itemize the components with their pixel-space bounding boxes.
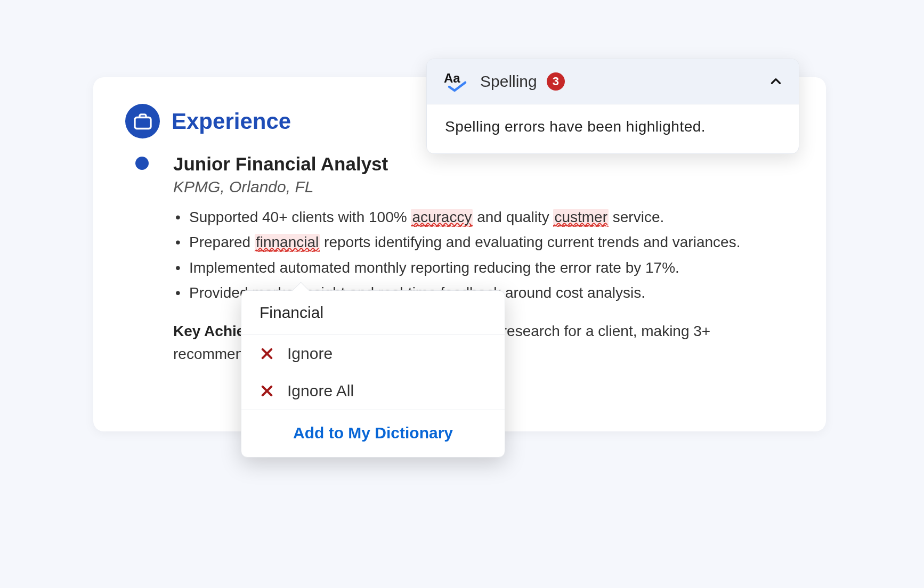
- section-title: Experience: [172, 109, 291, 134]
- text-fragment: Supported 40+ clients with 100%: [189, 209, 411, 225]
- text-fragment: Prepared: [189, 234, 255, 250]
- ignore-button[interactable]: Ignore: [241, 335, 505, 372]
- company-line: KPMG, Orlando, FL: [173, 178, 794, 196]
- chevron-up-icon[interactable]: [769, 75, 783, 88]
- text-fragment: and quality: [473, 209, 553, 225]
- spelling-panel-body: Spelling errors have been highlighted.: [427, 104, 799, 153]
- svg-rect-0: [135, 117, 151, 128]
- job-title: Junior Financial Analyst: [173, 153, 794, 175]
- misspelled-word[interactable]: custmer: [553, 209, 609, 227]
- ignore-label: Ignore: [287, 345, 333, 363]
- bullet-item[interactable]: Prepared finnancial reports identifying …: [189, 231, 794, 254]
- close-icon: [260, 346, 274, 361]
- spelling-error-count: 3: [547, 72, 565, 91]
- bullet-item[interactable]: Supported 40+ clients with 100% acuraccy…: [189, 206, 794, 228]
- add-to-dictionary-button[interactable]: Add to My Dictionary: [241, 410, 505, 457]
- spelling-suggestion[interactable]: Financial: [241, 291, 505, 335]
- spelling-context-menu: Financial Ignore Ignore All Add to My Di…: [241, 290, 505, 458]
- bullet-item[interactable]: Implemented automated monthly reporting …: [189, 256, 794, 279]
- svg-text:Aa: Aa: [444, 71, 460, 85]
- misspelled-word[interactable]: acuraccy: [411, 209, 473, 227]
- briefcase-icon: [125, 104, 160, 138]
- misspelled-word[interactable]: finnancial: [255, 234, 320, 252]
- spelling-panel: Aa Spelling 3 Spelling errors have been …: [426, 59, 799, 154]
- spelling-panel-header[interactable]: Aa Spelling 3: [427, 59, 799, 104]
- text-fragment: reports identifying and evaluating curre…: [320, 234, 740, 250]
- ignore-all-button[interactable]: Ignore All: [241, 372, 505, 410]
- spellcheck-icon: Aa: [444, 71, 471, 92]
- spelling-panel-title: Spelling: [480, 72, 537, 91]
- bullet-list: Supported 40+ clients with 100% acuraccy…: [173, 206, 794, 305]
- ignore-all-label: Ignore All: [287, 382, 354, 400]
- close-icon: [260, 383, 274, 398]
- text-fragment: service.: [609, 209, 664, 225]
- timeline-dot-icon: [135, 157, 149, 170]
